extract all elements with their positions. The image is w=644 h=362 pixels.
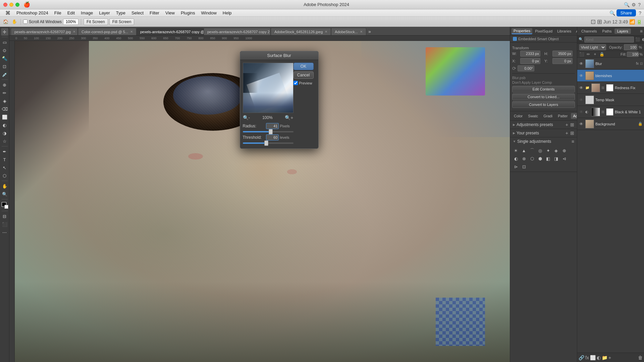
threshold-slider[interactable]: [243, 142, 293, 144]
menu-photoshop[interactable]: Photoshop 2024: [14, 10, 51, 16]
mask-mode-btn[interactable]: ⊟: [1, 213, 8, 220]
adj-tab-color[interactable]: Color: [512, 113, 525, 119]
threshold-input[interactable]: [266, 134, 279, 140]
apple-menu[interactable]: ⌘: [3, 10, 13, 16]
layer-background-eye[interactable]: 👁: [579, 121, 584, 127]
exposure-adj-icon[interactable]: ◎: [536, 147, 544, 154]
zoom-out-button[interactable]: 🔍-: [243, 115, 250, 120]
threshold-adj-icon[interactable]: ⊲: [560, 155, 568, 162]
new-fill-adj-btn[interactable]: ◐: [597, 355, 601, 360]
fill-screen-button[interactable]: Fill Screen: [109, 18, 135, 25]
photofilter-adj-icon[interactable]: ⊗: [520, 155, 528, 162]
curves-adj-icon[interactable]: ⌒: [528, 147, 536, 154]
canvas-content[interactable]: Surface Blur: [15, 41, 510, 362]
dialog-ok-button[interactable]: OK: [293, 63, 314, 70]
tab-1-close[interactable]: ✕: [130, 30, 133, 34]
tab-5[interactable]: AdobeStock... ✕: [331, 28, 366, 35]
tab-4-close[interactable]: ✕: [325, 30, 327, 34]
crop-tool[interactable]: ⊡: [1, 63, 8, 70]
height-input[interactable]: [552, 51, 573, 57]
help-icon[interactable]: ?: [639, 10, 641, 16]
menu-layer[interactable]: Layer: [96, 10, 113, 16]
layers-tab[interactable]: Layers: [614, 28, 631, 34]
home-button[interactable]: 🏠: [2, 18, 9, 25]
layer-filter-adj[interactable]: ◐: [641, 37, 644, 42]
layer-blemishes-eye[interactable]: 👁: [579, 73, 584, 78]
blur-tool[interactable]: ◑: [1, 129, 8, 137]
surface-blur-dialog[interactable]: Surface Blur: [240, 51, 319, 149]
vibrance-adj-icon[interactable]: ✦: [544, 147, 552, 154]
path-select-tool[interactable]: ↖: [1, 164, 8, 171]
shape-tool[interactable]: ⬡: [1, 172, 8, 179]
tab-1[interactable]: Color-correct-pop.psd @ 5... ✕: [78, 28, 137, 35]
adj-tab-patterns[interactable]: Patter: [555, 113, 570, 119]
paths-tab[interactable]: Paths: [599, 28, 614, 34]
menu-type[interactable]: Type: [113, 10, 128, 16]
hand-tool-btn[interactable]: ✋: [11, 18, 18, 25]
your-presets-header[interactable]: ▶ Your presets + ⊞: [510, 129, 577, 137]
blend-mode-select[interactable]: Vivid Light Normal Multiply Screen: [579, 44, 606, 50]
menu-view[interactable]: View: [163, 10, 177, 16]
maximize-button[interactable]: [15, 3, 19, 7]
new-layer-btn[interactable]: +: [608, 355, 611, 360]
scroll-all-input[interactable]: [23, 19, 28, 24]
eyedropper-tool[interactable]: 💉: [1, 71, 8, 78]
opacity-input[interactable]: [624, 44, 637, 50]
channelmixer-adj-icon[interactable]: ⬡: [528, 155, 536, 162]
tab-5-close[interactable]: ✕: [360, 30, 363, 34]
search-icon[interactable]: 🔍: [609, 10, 615, 16]
gradient-tool[interactable]: ◐: [1, 121, 8, 129]
x-input[interactable]: [520, 58, 540, 64]
hand-tool[interactable]: ✋: [1, 182, 8, 190]
lock-pixel-btn[interactable]: ⬛: [579, 51, 585, 57]
invert-adj-icon[interactable]: ◧: [544, 155, 552, 162]
lock-all-btn[interactable]: 🔒: [599, 51, 605, 57]
color-swatches[interactable]: [1, 201, 8, 209]
delete-layer-btn[interactable]: 🗑: [638, 355, 643, 360]
width-input[interactable]: [520, 51, 540, 57]
share-button[interactable]: Share: [616, 9, 636, 16]
preview-checkbox[interactable]: [293, 81, 298, 85]
layer-background[interactable]: 👁 Background 🔒: [577, 118, 644, 130]
presets-grid-icon[interactable]: ⊞: [570, 122, 574, 127]
colorlookup-adj-icon[interactable]: ⬢: [536, 155, 544, 162]
adj-tab-swatches[interactable]: Swatc: [526, 113, 540, 119]
levels-adj-icon[interactable]: ▲: [520, 147, 528, 154]
layer-blemishes[interactable]: 👁 blemishes: [577, 70, 644, 82]
dodge-tool[interactable]: ☆: [1, 137, 8, 145]
history-brush[interactable]: ⌫: [1, 105, 8, 113]
single-adj-menu[interactable]: ≡: [572, 139, 574, 144]
workspace-icon[interactable]: ⊞: [597, 18, 602, 25]
menu-help[interactable]: Help: [220, 10, 234, 16]
layer-temp-mask[interactable]: 👁 Temp Mask: [577, 94, 644, 106]
colorbalance-adj-icon[interactable]: ⊕: [560, 147, 568, 154]
quick-select-tool[interactable]: 🔦: [1, 55, 8, 62]
close-button[interactable]: [3, 3, 7, 7]
gradientmap-adj-icon[interactable]: ⊳: [512, 163, 520, 170]
threshold-slider-thumb[interactable]: [264, 140, 268, 146]
layer-temp-mask-eye[interactable]: 👁: [579, 97, 584, 103]
extra-tools-btn[interactable]: ⋯: [1, 229, 8, 236]
text-tool[interactable]: T: [1, 156, 8, 163]
layer-blur[interactable]: 👁 Blur fx ⊡: [577, 58, 644, 70]
pen-tool[interactable]: ✒: [1, 148, 8, 155]
radius-slider-thumb[interactable]: [269, 129, 273, 134]
dialog-cancel-button[interactable]: Cancel: [293, 71, 314, 79]
layers-search-input[interactable]: [584, 37, 634, 43]
eraser-tool[interactable]: ⬜: [1, 113, 8, 121]
brightness-adj-icon[interactable]: ☀: [512, 147, 520, 154]
angle-input[interactable]: [518, 65, 534, 71]
tab-0[interactable]: pexels-anntarazevich-6268707.jpg ✕: [11, 28, 78, 35]
add-mask-btn[interactable]: ⬜: [590, 355, 596, 360]
tab-0-close[interactable]: ✕: [73, 30, 75, 34]
layer-filter-pixel[interactable]: ⬛: [635, 37, 640, 42]
radius-input[interactable]: [266, 123, 279, 129]
lock-artboard-btn[interactable]: +: [592, 51, 598, 57]
your-presets-add[interactable]: +: [566, 130, 568, 136]
tab-more-button[interactable]: »: [366, 28, 373, 35]
menu-image[interactable]: Image: [78, 10, 96, 16]
screen-mode-btn[interactable]: ⬛: [1, 221, 8, 228]
channels-tab[interactable]: Channels: [579, 28, 599, 34]
new-group-btn[interactable]: 📁: [602, 355, 607, 360]
zoom-tool[interactable]: 🔍: [1, 190, 8, 198]
